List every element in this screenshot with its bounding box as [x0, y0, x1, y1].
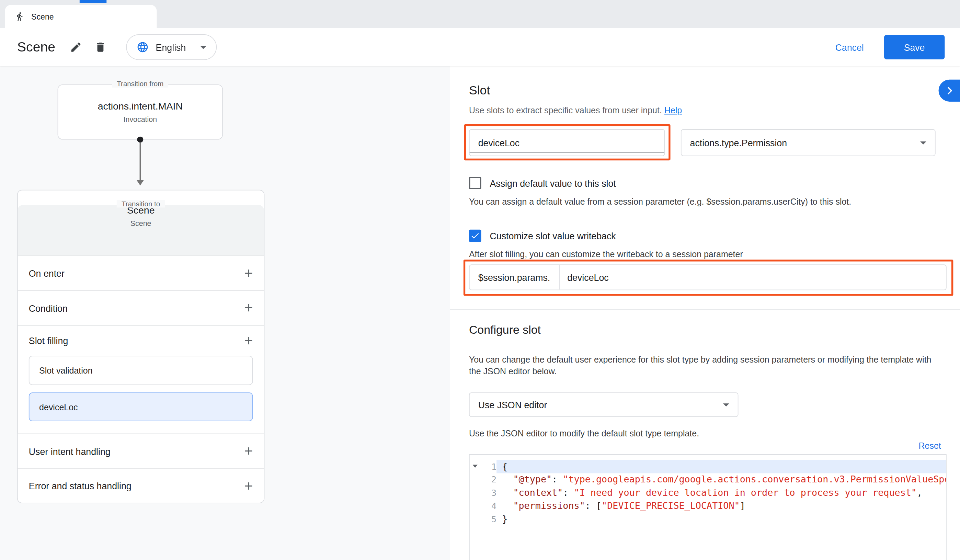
delete-scene-button[interactable] [90, 36, 112, 58]
tab-scene[interactable]: Scene [5, 5, 157, 28]
transition-from-label: Transition from [112, 80, 169, 88]
slot-section-title: Slot [469, 83, 490, 98]
line-number: 5 [481, 514, 496, 524]
section-condition[interactable]: Condition [18, 290, 264, 325]
session-params-prefix: $session.params. [470, 272, 559, 283]
writeback-parameter-value: deviceLoc [559, 272, 617, 283]
section-condition-label: Condition [29, 303, 68, 313]
code-token: "@type" [513, 474, 552, 485]
add-on-enter-icon[interactable] [244, 267, 253, 279]
code-text: "permissions": ["DEVICE_PRECISE_LOCATION… [496, 499, 946, 512]
line-number: 2 [481, 475, 496, 485]
add-error-handler-icon[interactable] [244, 480, 253, 492]
editor-mode-select[interactable]: Use JSON editor [469, 392, 739, 417]
code-token: : [563, 487, 574, 498]
walking-person-icon [15, 12, 25, 22]
writeback-label: Customize slot value writeback [490, 231, 616, 241]
writeback-checkbox[interactable] [469, 230, 482, 242]
edit-scene-button[interactable] [65, 36, 87, 58]
section-on-enter-label: On enter [29, 268, 64, 278]
code-token: [ [596, 500, 602, 511]
section-user-intent-handling[interactable]: User intent handling [18, 433, 264, 468]
slot-editor-panel: Slot Use slots to extract specific value… [450, 66, 960, 560]
pencil-icon [70, 41, 82, 53]
slot-validation-item[interactable]: Slot validation [29, 356, 253, 385]
code-token [502, 487, 513, 498]
code-text: { [496, 460, 946, 473]
code-token [502, 474, 513, 485]
code-token: , [917, 487, 922, 498]
code-token: : [552, 474, 563, 485]
tab-scene-label: Scene [31, 12, 54, 21]
code-line[interactable]: 2 "@type": "type.googleapis.com/google.a… [470, 473, 946, 486]
slot-description-text: Use slots to extract specific values fro… [469, 106, 662, 115]
transition-to-label: Transition to [117, 200, 165, 207]
code-text: } [496, 513, 946, 526]
code-token: "context" [513, 487, 563, 498]
slot-validation-label: Slot validation [39, 366, 92, 376]
add-condition-icon[interactable] [244, 302, 253, 314]
code-line[interactable]: 1 { [470, 460, 946, 473]
code-line[interactable]: 3 "context": "I need your device locatio… [470, 486, 946, 499]
code-line[interactable]: 5 } [470, 513, 946, 526]
code-token: "type.googleapis.com/google.actions.conv… [563, 474, 946, 485]
language-selector[interactable]: English [126, 34, 216, 60]
assign-default-label: Assign default value to this slot [490, 178, 616, 189]
slot-type-value: actions.type.Permission [690, 138, 787, 148]
connector-line [140, 142, 141, 181]
chevron-down-icon [920, 141, 926, 144]
editor-mode-value: Use JSON editor [478, 400, 547, 410]
code-token: } [502, 514, 507, 525]
reset-link[interactable]: Reset [918, 441, 941, 451]
top-accent-bar [80, 0, 106, 3]
scene-flow-diagram: Transition from actions.intent.MAIN Invo… [0, 66, 450, 560]
slot-name-input-underline [470, 152, 664, 153]
fold-arrow-icon [473, 465, 478, 468]
cancel-button[interactable]: Cancel [835, 42, 864, 52]
help-link[interactable]: Help [664, 106, 682, 115]
code-line[interactable]: 4 "permissions": ["DEVICE_PRECISE_LOCATI… [470, 499, 946, 512]
section-on-enter[interactable]: On enter [18, 256, 264, 290]
scene-type: Scene [18, 219, 264, 228]
code-token: "permissions" [513, 500, 585, 511]
scene-node-card: Transition to Scene Scene On enter Condi… [17, 190, 264, 503]
writeback-parameter-field[interactable]: $session.params. deviceLoc [469, 264, 947, 290]
deviceloc-slot-item[interactable]: deviceLoc [29, 392, 253, 421]
chevron-right-icon [944, 86, 955, 96]
assign-default-checkbox[interactable] [469, 177, 482, 189]
scene-node-header[interactable]: Transition to Scene Scene [18, 205, 264, 255]
code-token: ] [740, 500, 746, 511]
slot-type-select[interactable]: actions.type.Permission [681, 129, 936, 156]
connector-arrowhead-icon [137, 180, 144, 186]
transition-from-node[interactable]: Transition from actions.intent.MAIN Invo… [58, 85, 223, 139]
collapse-panel-button[interactable] [939, 80, 960, 102]
code-token [502, 500, 513, 511]
toolbar: Scene English Cancel Save [0, 28, 960, 66]
globe-icon [137, 41, 149, 53]
slot-name-input[interactable] [469, 129, 665, 156]
fold-toggle[interactable] [470, 465, 481, 468]
section-slot-filling: Slot filling Slot validation deviceLoc [18, 325, 264, 421]
writeback-description: After slot filling, you can customize th… [469, 249, 743, 259]
deviceloc-slot-label: deviceLoc [39, 402, 78, 412]
section-slot-filling-header[interactable]: Slot filling [18, 325, 264, 356]
line-number: 4 [481, 501, 496, 511]
screen: Scene Scene English Cancel Save Transiti… [0, 0, 960, 560]
chevron-down-icon [723, 403, 729, 406]
code-token: "DEVICE_PRECISE_LOCATION" [602, 500, 740, 511]
add-slot-icon[interactable] [244, 334, 253, 347]
section-error-status-handling[interactable]: Error and status handling [18, 468, 264, 502]
json-code-editor[interactable]: 1 { 2 "@type": "type.googleapis.com/goog… [469, 454, 947, 560]
line-number: 1 [481, 461, 496, 471]
line-number: 3 [481, 488, 496, 498]
add-user-intent-icon[interactable] [244, 445, 253, 458]
intent-name: actions.intent.MAIN [58, 101, 222, 112]
section-slot-filling-label: Slot filling [29, 336, 68, 346]
save-button[interactable]: Save [884, 35, 945, 59]
checkmark-icon [470, 231, 480, 241]
chevron-down-icon [200, 46, 206, 49]
configure-slot-title: Configure slot [469, 323, 541, 337]
json-editor-hint: Use the JSON editor to modify the defaul… [469, 429, 699, 438]
section-user-intent-label: User intent handling [29, 446, 110, 456]
trash-icon [94, 41, 107, 53]
